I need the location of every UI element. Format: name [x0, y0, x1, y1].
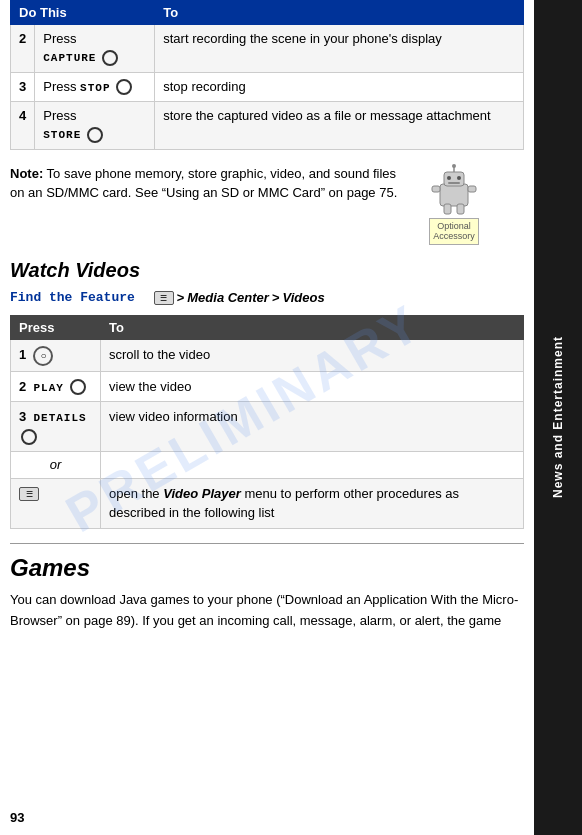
- games-text: You can download Java games to your phon…: [10, 590, 524, 632]
- optional-accessory: Optional Accessory: [424, 164, 484, 246]
- row-number: 4: [11, 101, 35, 149]
- svg-rect-6: [448, 182, 460, 184]
- path-arrow-2: >: [272, 290, 280, 305]
- table1-header-do-this: Do This: [11, 1, 155, 25]
- press-cell: ☰: [11, 478, 101, 528]
- play-button-icon: [70, 379, 86, 395]
- table-row: 1 ○ scroll to the video: [11, 340, 524, 372]
- svg-rect-8: [468, 186, 476, 192]
- table-row: 2 Press CAPTURE start recording the scen…: [11, 25, 524, 73]
- svg-point-3: [452, 164, 456, 168]
- menu-btn-icon: ☰: [19, 487, 39, 501]
- table-row: 3 Press STOP stop recording: [11, 72, 524, 101]
- or-spacer: [101, 452, 524, 479]
- table-watch-video-steps: Press To 1 ○ scroll to the video 2: [10, 315, 524, 529]
- watch-videos-title: Watch Videos: [10, 259, 524, 282]
- menu-icon: ☰: [154, 291, 174, 305]
- table1-header-to: To: [155, 1, 524, 25]
- divider: [10, 543, 524, 544]
- press-cell: Press STOP: [35, 72, 155, 101]
- row-number: 3: [11, 72, 35, 101]
- svg-rect-7: [432, 186, 440, 192]
- capture-button-icon: [102, 50, 118, 66]
- action-description: start recording the scene in your phone'…: [155, 25, 524, 73]
- table-record-steps: Do This To 2 Press CAPTURE start recordi…: [10, 0, 524, 150]
- press-cell: 3 DETAILS: [11, 402, 101, 452]
- path-media-center: Media Center: [187, 290, 269, 305]
- stop-button-icon: [116, 79, 132, 95]
- sidebar: News and Entertainment: [534, 0, 582, 835]
- path-arrow-1: >: [177, 290, 185, 305]
- details-text: DETAILS: [33, 412, 86, 424]
- stop-text: STOP: [80, 82, 110, 94]
- svg-rect-10: [457, 204, 464, 214]
- action-description: open the Video Player menu to perform ot…: [101, 478, 524, 528]
- page-number: 93: [10, 810, 574, 825]
- note-section: Note: To save phone memory, store graphi…: [10, 164, 524, 246]
- action-description: store the captured video as a file or me…: [155, 101, 524, 149]
- press-cell: 2 PLAY: [11, 371, 101, 402]
- row-number: 2: [11, 25, 35, 73]
- nav-circle-icon: ○: [33, 346, 53, 366]
- action-description: stop recording: [155, 72, 524, 101]
- press-cell: Press CAPTURE: [35, 25, 155, 73]
- svg-rect-9: [444, 204, 451, 214]
- find-feature-label: Find the Feature: [10, 290, 135, 305]
- capture-text: CAPTURE: [43, 52, 96, 64]
- press-cell: Press STORE: [35, 101, 155, 149]
- accessory-robot-icon: [430, 164, 478, 216]
- or-label: or: [11, 452, 101, 479]
- svg-point-4: [447, 176, 451, 180]
- accessory-label: Optional Accessory: [429, 218, 479, 246]
- table-row: ☰ open the Video Player menu to perform …: [11, 478, 524, 528]
- find-feature-row: Find the Feature ☰ > Media Center > Vide…: [10, 290, 524, 305]
- details-button-icon: [21, 429, 37, 445]
- note-bold-label: Note:: [10, 166, 43, 181]
- action-description: view the video: [101, 371, 524, 402]
- note-body: To save phone memory, store graphic, vid…: [10, 166, 397, 201]
- svg-point-5: [457, 176, 461, 180]
- table2-header-press: Press: [11, 316, 101, 340]
- action-description: view video information: [101, 402, 524, 452]
- sidebar-label: News and Entertainment: [551, 336, 565, 498]
- play-text: PLAY: [33, 382, 63, 394]
- table-row: 4 Press STORE store the captured video a…: [11, 101, 524, 149]
- table2-header-to: To: [101, 316, 524, 340]
- action-description: scroll to the video: [101, 340, 524, 372]
- note-text: Note: To save phone memory, store graphi…: [10, 164, 414, 203]
- table-row: 3 DETAILS view video information: [11, 402, 524, 452]
- store-text: STORE: [43, 129, 81, 141]
- table-or-row: or: [11, 452, 524, 479]
- path-videos: Videos: [283, 290, 325, 305]
- press-cell: 1 ○: [11, 340, 101, 372]
- svg-rect-0: [440, 184, 468, 206]
- table-row: 2 PLAY view the video: [11, 371, 524, 402]
- store-button-icon: [87, 127, 103, 143]
- games-title: Games: [10, 554, 524, 582]
